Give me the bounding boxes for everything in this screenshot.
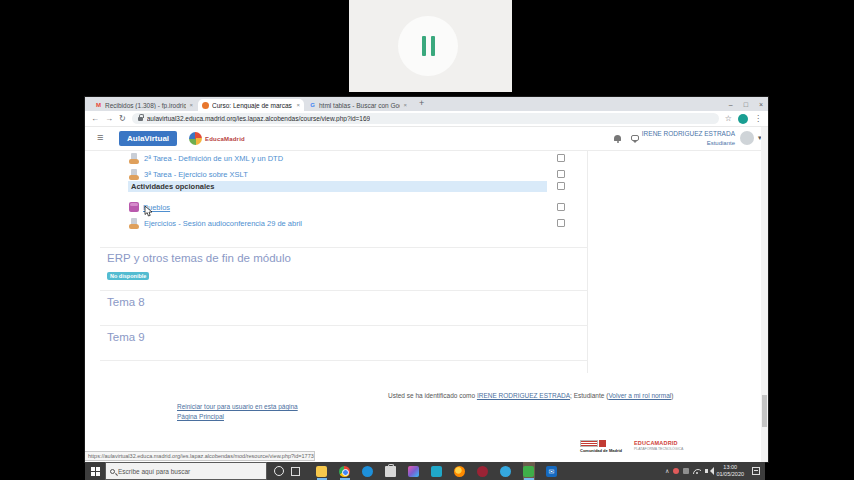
pause-button[interactable]: [398, 16, 458, 76]
windows-logo-icon: [91, 467, 100, 476]
network-icon[interactable]: [693, 468, 701, 474]
windows-taskbar: ✉ ∧ 13:00 01/05/2020: [85, 462, 765, 480]
content-card-border: [587, 151, 588, 373]
comunidad-madrid-logo-text: Comunidad de Madrid: [580, 448, 622, 453]
educamadrid-footer-logo-subtext: Plataforma Tecnológica: [634, 447, 683, 451]
address-bar[interactable]: aulavirtual32.educa.madrid.org/ies.lapaz…: [132, 113, 719, 124]
hamburger-menu-icon[interactable]: ≡: [97, 131, 103, 143]
minimize-button[interactable]: –: [729, 101, 733, 108]
new-tab-button[interactable]: +: [419, 98, 424, 108]
taskbar-firefox-icon[interactable]: [454, 462, 466, 480]
tab-course-active[interactable]: Curso: Lenguaje de marcas y si… ×: [198, 99, 304, 111]
label-row: Actividades opcionales: [128, 181, 547, 192]
tab-gmail[interactable]: M Recibidos (1.308) - fp.irodrigue… ×: [91, 99, 197, 111]
assignment-icon: [129, 169, 140, 180]
search-input[interactable]: [118, 468, 262, 475]
task-view-icon[interactable]: [291, 467, 300, 476]
login-info: Usted se ha identificado como IRENE RODR…: [388, 392, 673, 399]
taskbar-edge-icon[interactable]: [362, 462, 374, 480]
padlock-icon: [138, 117, 143, 121]
user-menu[interactable]: IRENE RODRIGUEZ ESTRADA Estudiante: [641, 130, 735, 147]
recording-indicator-icon[interactable]: [673, 468, 679, 474]
messages-icon[interactable]: [631, 135, 639, 141]
assignment-icon: [129, 153, 140, 164]
action-center-icon[interactable]: [752, 467, 760, 475]
taskbar-media-player-icon[interactable]: [431, 462, 443, 480]
back-icon[interactable]: ←: [91, 115, 99, 123]
tab-title: Curso: Lenguaje de marcas y si…: [212, 102, 293, 109]
tab-title: Recibidos (1.308) - fp.irodrigue…: [105, 102, 186, 109]
tray-expand-icon[interactable]: ∧: [665, 468, 669, 474]
completion-checkbox[interactable]: [557, 203, 565, 211]
reload-icon[interactable]: ↻: [119, 115, 126, 123]
activity-link-tarea3[interactable]: 3ª Tarea - Ejercicio sobre XSLT: [144, 170, 248, 179]
return-role-link[interactable]: Volver a mi rol normal: [608, 392, 671, 399]
tab-strip: M Recibidos (1.308) - fp.irodrigue… × Cu…: [85, 97, 768, 111]
educamadrid-logo[interactable]: EducaMadrid: [189, 132, 245, 145]
volume-icon[interactable]: [705, 469, 708, 473]
tray-app-icon[interactable]: [683, 468, 689, 474]
window-controls: – □ ×: [729, 97, 763, 111]
bookmark-star-icon[interactable]: ☆: [725, 115, 732, 123]
scrollbar[interactable]: [761, 127, 768, 462]
status-bar-url: https://aulavirtual32.educa.madrid.org/i…: [85, 451, 315, 461]
activity-link-tarea2[interactable]: 2ª Tarea - Definición de un XML y un DTD: [144, 154, 283, 163]
chrome-profile-avatar[interactable]: [738, 114, 748, 124]
comunidad-madrid-logo: Comunidad de Madrid: [580, 440, 622, 453]
taskbar-search[interactable]: [105, 462, 267, 480]
section-title-tema8[interactable]: Tema 8: [107, 296, 145, 308]
activity-row: Ejercicios - Sesión audioconferencia 29 …: [129, 217, 302, 229]
section-divider: [100, 290, 588, 291]
activity-row: 2ª Tarea - Definición de un XML y un DTD: [129, 152, 283, 164]
taskbar-skype-icon[interactable]: [500, 462, 512, 480]
start-button[interactable]: [85, 462, 105, 480]
section-title-tema9[interactable]: Tema 9: [107, 331, 145, 343]
comunidad-madrid-flag-icon: [580, 440, 622, 447]
forward-icon[interactable]: →: [105, 115, 113, 123]
maximize-button[interactable]: □: [744, 101, 748, 108]
tab-close-icon[interactable]: ×: [296, 102, 300, 108]
tab-title: html tablas - Buscar con Google: [319, 102, 400, 109]
browser-toolbar: ← → ↻ aulavirtual32.educa.madrid.org/ies…: [85, 111, 768, 127]
user-role: Estudiante: [641, 139, 735, 147]
notifications-bell-icon[interactable]: [614, 135, 621, 141]
login-info-text: Usted se ha identificado como: [388, 392, 477, 399]
assignment-icon: [129, 218, 140, 229]
tab-close-icon[interactable]: ×: [189, 102, 193, 108]
label-text: Actividades opcionales: [131, 182, 214, 191]
activity-row: 3ª Tarea - Ejercicio sobre XSLT: [129, 168, 248, 180]
reset-tour-link[interactable]: Reiniciar tour para usuario en esta pági…: [177, 403, 298, 410]
browser-menu-icon[interactable]: ⋮: [754, 115, 762, 123]
taskbar-mail-icon[interactable]: ✉: [546, 462, 558, 480]
taskbar-chrome-icon[interactable]: [339, 462, 351, 480]
cortana-icon[interactable]: [274, 466, 284, 476]
close-button[interactable]: ×: [759, 101, 763, 108]
completion-checkbox[interactable]: [557, 219, 565, 227]
taskbar-screen-recorder-icon[interactable]: [523, 462, 535, 480]
aulavirtual-logo[interactable]: AulaVirtual: [119, 131, 177, 146]
activity-link-ejercicios[interactable]: Ejercicios - Sesión audioconferencia 29 …: [144, 219, 302, 228]
taskbar-store-icon[interactable]: [385, 462, 397, 480]
completion-checkbox[interactable]: [557, 170, 565, 178]
browser-window: M Recibidos (1.308) - fp.irodrigue… × Cu…: [85, 97, 768, 462]
taskbar-file-explorer-icon[interactable]: [316, 462, 328, 480]
pause-icon: [422, 36, 426, 56]
section-divider: [100, 360, 588, 361]
scrollbar-thumb[interactable]: [762, 395, 767, 427]
tab-close-icon[interactable]: ×: [403, 102, 407, 108]
section-divider: [100, 247, 588, 248]
section-title-erp[interactable]: ERP y otros temas de fin de módulo: [107, 252, 291, 264]
aulavirtual-favicon: [202, 102, 209, 109]
completion-checkbox[interactable]: [557, 182, 565, 190]
user-avatar[interactable]: [740, 131, 754, 145]
pause-icon: [431, 36, 435, 56]
taskbar-clock[interactable]: 13:00 01/05/2020: [716, 464, 744, 478]
taskbar-photos-icon[interactable]: [408, 462, 420, 480]
taskbar-app-icon[interactable]: [477, 462, 489, 480]
home-page-link[interactable]: Página Principal: [177, 413, 224, 420]
completion-checkbox[interactable]: [557, 154, 565, 162]
video-player-overlay: [349, 0, 512, 92]
profile-link[interactable]: IRENE RODRIGUEZ ESTRADA: [477, 392, 570, 399]
educamadrid-footer-logo: EducaMadrid Plataforma Tecnológica: [634, 440, 683, 451]
tab-google-search[interactable]: G html tablas - Buscar con Google ×: [305, 99, 411, 111]
